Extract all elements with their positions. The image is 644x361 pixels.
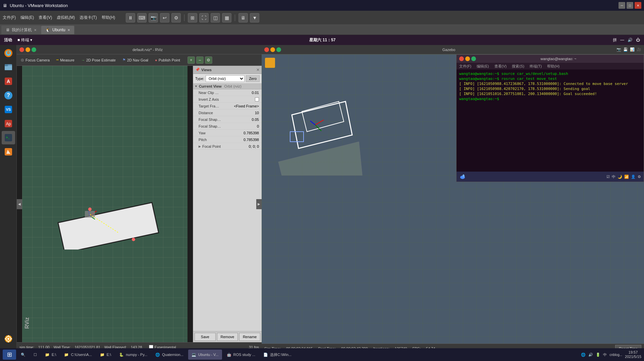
ubuntu-terminal-menu[interactable]: ■ 终端 ▾ — [17, 37, 32, 43]
taskbar-item-e-drive-1[interactable]: 📁 E:\ — [42, 350, 59, 360]
tool-2d-pose-estimate[interactable]: → 2D Pose Estimate — [79, 57, 118, 63]
views-zero-button[interactable]: Zero — [246, 75, 260, 82]
maximize-button[interactable]: □ — [627, 2, 633, 9]
dock-placeholder1[interactable]: A — [2, 75, 15, 88]
terminal-menu-item-search[interactable]: 搜索(S) — [512, 64, 524, 69]
restore-button[interactable]: ↩ — [160, 13, 169, 22]
taskbar-item-numpy[interactable]: 🐍 numpy - Py... — [116, 350, 151, 360]
terminal-minimize-button[interactable] — [465, 56, 470, 61]
views-section-header[interactable]: ▼ Current View Orbit (rviz) — [193, 84, 262, 89]
main-content: A ? VS Ap >_ — [0, 45, 644, 361]
views-type-select[interactable]: Orbit (rviz) — [206, 75, 245, 82]
send-ctrl-alt-del-button[interactable]: ⌨ — [137, 13, 147, 22]
menu-options[interactable]: 选项卡(T) — [79, 15, 97, 20]
tab-my-computer[interactable]: 🖥 我的计算机 ✕ — [1, 26, 41, 34]
terminal-close-button[interactable] — [459, 56, 464, 61]
gazebo-chart-icon[interactable]: 📊 — [630, 47, 635, 52]
views-rename-button[interactable]: Rename — [239, 333, 260, 341]
nav-arrow-right[interactable]: ▶ — [256, 199, 262, 209]
pause-button[interactable]: ⏸ — [126, 13, 135, 22]
tool-publish-point[interactable]: ● Publish Point — [153, 57, 182, 63]
menu-view[interactable]: 查看(V) — [39, 15, 52, 20]
yaw-value[interactable]: 0.785398 — [244, 131, 259, 135]
dock-placeholder2[interactable]: Ap — [2, 117, 15, 130]
dock-firefox-icon[interactable] — [2, 46, 15, 60]
minimize-button[interactable]: ─ — [619, 2, 625, 9]
tab-ubuntu-close[interactable]: ✕ — [67, 28, 70, 32]
snapshot-button[interactable]: 📷 — [149, 13, 158, 22]
invert-z-checkbox[interactable] — [255, 97, 259, 101]
dock-help-icon[interactable]: ? — [2, 89, 15, 102]
ubuntu-activities[interactable]: 活动 — [4, 37, 12, 43]
gazebo-maximize-button[interactable] — [276, 47, 281, 52]
taskbar-start-button[interactable]: ⊞ — [3, 350, 16, 360]
gazebo-viewport[interactable]: wangtao@wangtao: ~ 文件(F) 编辑(E) 查看(V) 搜索(… — [262, 54, 644, 344]
dock-files-icon[interactable] — [2, 60, 15, 74]
views-save-button[interactable]: Save — [195, 333, 216, 341]
focal-point-expand-icon[interactable]: ▶ — [199, 145, 201, 148]
rviz-maximize-button[interactable] — [32, 47, 36, 52]
terminal-menu-item-terminal[interactable]: 终端(T) — [530, 64, 542, 69]
tool-focus-camera[interactable]: ◎ Focus Camera — [19, 57, 52, 63]
close-button[interactable]: ✕ — [635, 2, 641, 9]
taskbar-item-ubuntu-vm[interactable]: 💻 Ubuntu - V... — [188, 350, 222, 360]
near-clip-value[interactable]: 0.01 — [252, 91, 259, 95]
dock-terminal-icon[interactable]: >_ — [2, 131, 15, 144]
rviz-close-button[interactable] — [19, 47, 24, 52]
terminal-menu-item-edit[interactable]: 编辑(E) — [477, 64, 489, 69]
nav-arrow-left[interactable]: ◀ — [17, 199, 22, 209]
rviz-settings-button[interactable]: ⚙ — [205, 56, 212, 64]
focal-shape-2-value[interactable]: 0 — [257, 124, 259, 128]
rviz-minus-button[interactable]: – — [196, 56, 204, 64]
menu-file[interactable]: 文件(F) — [3, 15, 16, 20]
tab-ubuntu[interactable]: 🐧 Ubuntu ✕ — [41, 26, 74, 34]
menu-vm[interactable]: 虚拟机(M) — [57, 15, 75, 20]
display-button[interactable]: 🖥 — [238, 13, 248, 22]
dock-writer-icon[interactable] — [2, 145, 15, 159]
tool-2d-nav-goal[interactable]: ⚑ 2D Nav Goal — [120, 57, 150, 63]
gazebo-camera-icon[interactable]: 📷 — [616, 47, 621, 52]
taskbar-network-icon[interactable]: 🌐 — [581, 353, 586, 357]
rviz-minimize-button[interactable] — [25, 47, 30, 52]
taskbar-item-win[interactable]: 📄 选择C:\Win... — [260, 350, 295, 360]
gazebo-video-icon[interactable]: 🎥 — [637, 47, 641, 52]
tab-my-computer-close[interactable]: ✕ — [34, 28, 37, 32]
menu-edit[interactable]: 编辑(E) — [20, 15, 34, 20]
gazebo-minimize-button[interactable] — [270, 47, 275, 52]
terminal-maximize-button[interactable] — [471, 56, 476, 61]
target-frame-value[interactable]: <Fixed Frame> — [234, 104, 259, 108]
fit-guest-button[interactable]: ⊞ — [188, 13, 197, 22]
gazebo-close-button[interactable] — [264, 47, 269, 52]
taskbar-sound-icon[interactable]: 🔊 — [588, 353, 593, 357]
rviz-add-button[interactable]: + — [187, 56, 195, 64]
taskbar-item-quaternion[interactable]: 🌐 Quaternion... — [152, 350, 187, 360]
vmware-settings-button[interactable]: ⚙ — [171, 13, 181, 22]
terminal-menu-item-help[interactable]: 帮助(H) — [547, 64, 559, 69]
terminal-content[interactable]: wangtao@wangtao:~$ source car_ws/devel/s… — [457, 70, 644, 172]
unity-button[interactable]: ◫ — [211, 13, 220, 22]
menu-help[interactable]: 帮助(H) — [102, 15, 115, 20]
taskbar-item-e-drive-2[interactable]: 📁 E:\ — [97, 350, 114, 360]
taskbar-item-search[interactable]: 🔍 — [17, 350, 29, 360]
focal-shape-1-value[interactable]: 0.05 — [252, 118, 259, 122]
tool-measure[interactable]: ━ Measure — [54, 57, 76, 63]
distance-value[interactable]: 10 — [255, 111, 259, 115]
more-options-button[interactable]: ▼ — [250, 13, 259, 22]
dock-system-icon[interactable] — [2, 332, 15, 346]
view-options-button[interactable]: ▦ — [222, 13, 231, 22]
dock-vscode-icon[interactable]: VS — [2, 103, 15, 116]
focal-point-value[interactable]: 0; 0; 0 — [249, 144, 259, 148]
taskbar-item-c-drive[interactable]: 📁 C:\Users\A... — [61, 350, 95, 360]
gazebo-save-icon[interactable]: 💾 — [623, 47, 628, 52]
terminal-menu-item-view[interactable]: 查看(V) — [494, 64, 507, 69]
taskbar-ime-icon[interactable]: 中 — [603, 352, 607, 357]
taskbar-battery-icon[interactable]: 🔋 — [596, 353, 600, 357]
pitch-value[interactable]: 0.785398 — [244, 138, 259, 142]
views-close-button[interactable]: ✕ — [256, 67, 260, 72]
rviz-viewport[interactable]: RViz — [22, 66, 187, 342]
views-remove-button[interactable]: Remove — [217, 333, 238, 341]
terminal-menu-item-file[interactable]: 文件(F) — [459, 64, 471, 69]
taskbar-item-view[interactable]: ☐ — [30, 350, 40, 360]
fullscreen-button[interactable]: ⛶ — [199, 13, 209, 22]
taskbar-item-ros[interactable]: 🤖 ROS study ... — [223, 350, 259, 360]
